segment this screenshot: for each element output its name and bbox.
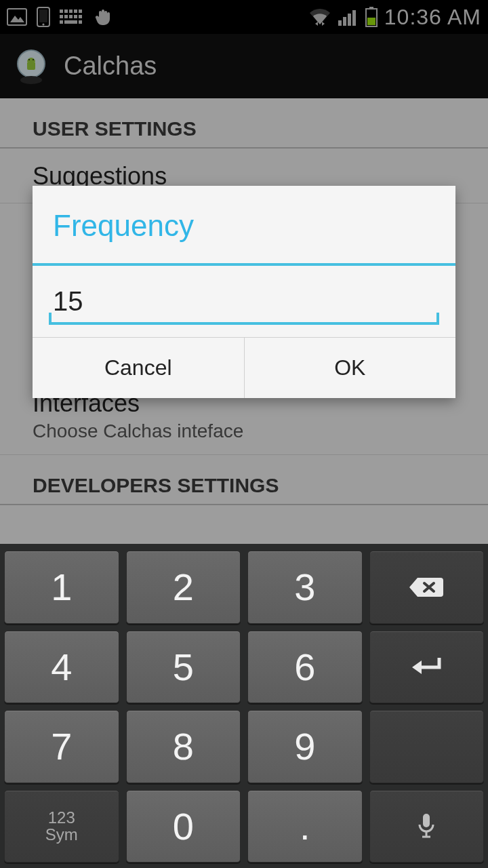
key-backspace[interactable] — [369, 551, 485, 624]
cancel-button[interactable]: Cancel — [33, 338, 244, 398]
key-sym[interactable]: 123 Sym — [4, 790, 119, 863]
frequency-input-wrap[interactable] — [49, 285, 439, 325]
dialog-buttons: Cancel OK — [33, 337, 455, 398]
numeric-keyboard: 1 2 3 4 5 6 7 8 9 — [0, 544, 488, 868]
svg-marker-32 — [412, 660, 422, 674]
key-dot[interactable]: . — [247, 790, 363, 863]
key-6[interactable]: 6 — [247, 631, 363, 704]
enter-icon — [409, 655, 443, 678]
key-blank[interactable] — [369, 710, 485, 783]
svg-rect-33 — [423, 814, 430, 827]
backspace-icon — [407, 575, 446, 599]
dialog-title: Frequency — [33, 186, 455, 266]
frequency-input[interactable] — [49, 285, 439, 318]
key-sym-line1: 123 — [48, 808, 75, 827]
key-enter[interactable] — [369, 631, 485, 704]
key-5[interactable]: 5 — [126, 631, 241, 704]
key-sym-line2: Sym — [45, 825, 78, 844]
key-2[interactable]: 2 — [126, 551, 241, 624]
key-1[interactable]: 1 — [4, 551, 119, 624]
mic-icon — [417, 812, 436, 840]
key-4[interactable]: 4 — [4, 631, 119, 704]
key-3[interactable]: 3 — [247, 551, 363, 624]
key-9[interactable]: 9 — [247, 710, 363, 783]
key-0[interactable]: 0 — [126, 790, 241, 863]
dialog-body — [33, 266, 455, 337]
ok-button[interactable]: OK — [244, 338, 456, 398]
key-7[interactable]: 7 — [4, 710, 119, 783]
key-mic[interactable] — [369, 790, 485, 863]
key-8[interactable]: 8 — [126, 710, 241, 783]
frequency-dialog: Frequency Cancel OK — [33, 186, 455, 398]
screen: 10:36 AM Calchas USER SETTINGS Suggestio… — [0, 0, 488, 868]
key-sym-label: 123 Sym — [45, 809, 78, 843]
